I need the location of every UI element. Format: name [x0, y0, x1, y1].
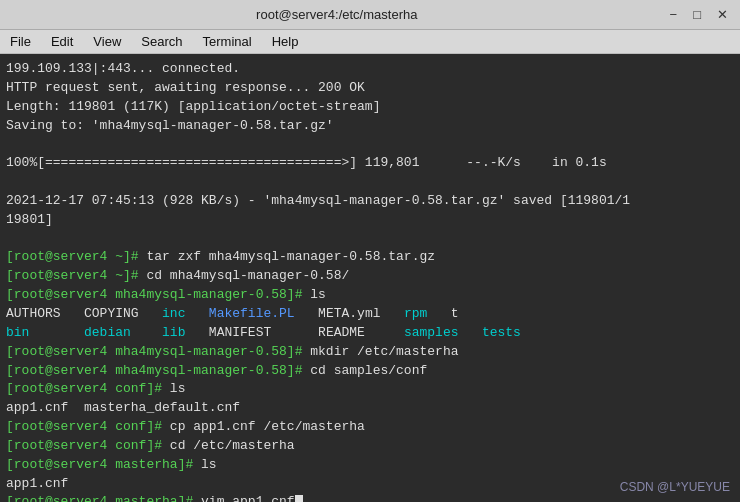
window-title: root@server4:/etc/masterha [8, 7, 666, 22]
watermark: CSDN @L*YUEYUE [620, 480, 730, 494]
line-15: bin debian lib MANIFEST README samples t… [6, 324, 734, 343]
menu-help[interactable]: Help [268, 32, 303, 51]
line-2: HTTP request sent, awaiting response... … [6, 79, 734, 98]
line-24: [root@server4 masterha]# vim app1.cnf [6, 493, 734, 502]
line-5 [6, 135, 734, 154]
terminal-area[interactable]: 199.109.133|:443... connected. HTTP requ… [0, 54, 740, 502]
terminal-cursor [295, 495, 303, 502]
line-16: [root@server4 mha4mysql-manager-0.58]# m… [6, 343, 734, 362]
menu-terminal[interactable]: Terminal [199, 32, 256, 51]
line-21: [root@server4 conf]# cd /etc/masterha [6, 437, 734, 456]
minimize-button[interactable]: − [666, 7, 682, 22]
line-9: 19801] [6, 211, 734, 230]
line-3: Length: 119801 (117K) [application/octet… [6, 98, 734, 117]
line-13: [root@server4 mha4mysql-manager-0.58]# l… [6, 286, 734, 305]
line-1: 199.109.133|:443... connected. [6, 60, 734, 79]
title-bar: root@server4:/etc/masterha − □ ✕ [0, 0, 740, 30]
window-buttons[interactable]: − □ ✕ [666, 7, 732, 22]
line-12: [root@server4 ~]# cd mha4mysql-manager-0… [6, 267, 734, 286]
menu-file[interactable]: File [6, 32, 35, 51]
line-19: app1.cnf masterha_default.cnf [6, 399, 734, 418]
line-22: [root@server4 masterha]# ls [6, 456, 734, 475]
menu-view[interactable]: View [89, 32, 125, 51]
line-14: AUTHORS COPYING inc Makefile.PL META.yml… [6, 305, 734, 324]
line-18: [root@server4 conf]# ls [6, 380, 734, 399]
line-10 [6, 230, 734, 249]
line-8: 2021-12-17 07:45:13 (928 KB/s) - 'mha4my… [6, 192, 734, 211]
menu-edit[interactable]: Edit [47, 32, 77, 51]
line-17: [root@server4 mha4mysql-manager-0.58]# c… [6, 362, 734, 381]
menu-bar: File Edit View Search Terminal Help [0, 30, 740, 54]
line-11: [root@server4 ~]# tar zxf mha4mysql-mana… [6, 248, 734, 267]
line-20: [root@server4 conf]# cp app1.cnf /etc/ma… [6, 418, 734, 437]
line-6: 100%[===================================… [6, 154, 734, 173]
close-button[interactable]: ✕ [713, 7, 732, 22]
maximize-button[interactable]: □ [689, 7, 705, 22]
line-7 [6, 173, 734, 192]
line-4: Saving to: 'mha4mysql-manager-0.58.tar.g… [6, 117, 734, 136]
menu-search[interactable]: Search [137, 32, 186, 51]
